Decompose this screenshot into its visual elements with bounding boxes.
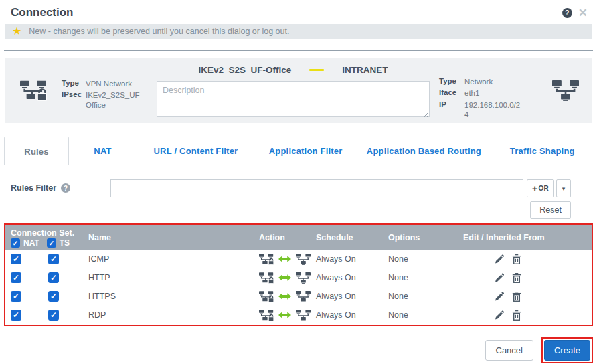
row-ts-checkbox[interactable]: ✓ — [48, 291, 59, 302]
bidirectional-arrow-icon — [278, 292, 291, 300]
dialog-titlebar: Connection ? ✕ — [0, 0, 597, 23]
bidirectional-arrow-icon — [278, 255, 291, 263]
dest-ip-value: 192.168.100.0/24 — [464, 100, 522, 120]
create-button[interactable]: Create — [544, 340, 590, 361]
tab-rules[interactable]: Rules — [4, 136, 69, 165]
tab-nat[interactable]: NAT — [69, 136, 137, 165]
rule-action — [259, 291, 316, 302]
table-row: ✓ ✓ HTTP Always On None — [5, 268, 592, 287]
rules-filter-label-wrap: Rules Filter ? — [11, 179, 110, 193]
row-nat-checkbox[interactable]: ✓ — [11, 310, 21, 321]
connection-set-header: Connection Set. ✓ NAT ✓ TS — [11, 227, 88, 248]
rule-action — [259, 254, 316, 265]
table-header-row: Connection Set. ✓ NAT ✓ TS Name Action S… — [5, 225, 592, 250]
bidirectional-arrow-icon — [278, 274, 291, 282]
tab-bar: Rules NAT URL / Content Filter Applicati… — [4, 136, 593, 165]
rule-schedule: Always On — [316, 254, 388, 264]
col-header-action: Action — [259, 233, 316, 242]
star-icon: ★ — [12, 26, 21, 37]
delete-trash-icon[interactable] — [512, 273, 521, 283]
network-icon — [296, 310, 311, 321]
col-header-options: Options — [388, 233, 463, 242]
edit-pencil-icon[interactable] — [495, 292, 504, 302]
vpn-network-icon — [5, 58, 62, 123]
col-header-schedule: Schedule — [316, 233, 388, 242]
table-row: ✓ ✓ RDP Always On None — [5, 306, 592, 325]
nat-header-checkbox-group[interactable]: ✓ NAT — [11, 238, 39, 248]
dest-iface-label: Iface — [439, 88, 464, 98]
description-input[interactable] — [157, 81, 430, 117]
connection-center: IKEv2_S2S_UF-Office INTRANET — [154, 58, 439, 123]
dialog-title: Connection — [11, 6, 562, 19]
cancel-button[interactable]: Cancel — [485, 340, 533, 361]
table-row: ✓ ✓ ICMP Always On None — [5, 250, 592, 268]
source-type-value: VPN Network — [86, 79, 143, 88]
source-proto-label: IPsec — [62, 90, 86, 110]
edit-pencil-icon[interactable] — [495, 273, 504, 283]
row-nat-checkbox[interactable]: ✓ — [11, 272, 21, 283]
add-or-filter-button[interactable]: + OR — [527, 179, 554, 197]
destination-info: Type Network Iface eth1 IP 192.168.100.0… — [439, 58, 539, 123]
vpn-network-icon — [259, 291, 274, 302]
dest-type-label: Type — [439, 77, 464, 86]
edit-pencil-icon[interactable] — [495, 310, 504, 321]
chevron-down-icon: ▾ — [562, 185, 566, 192]
close-icon[interactable]: ✕ — [578, 7, 588, 19]
delete-trash-icon[interactable] — [512, 310, 521, 321]
source-info: Type VPN Network IPsec IKEv2_S2S_UF-Offi… — [62, 58, 154, 123]
network-icon — [296, 291, 311, 302]
rules-filter-input[interactable] — [110, 179, 523, 197]
rules-table: Connection Set. ✓ NAT ✓ TS Name Action S… — [4, 223, 593, 326]
row-ts-checkbox[interactable]: ✓ — [48, 254, 59, 264]
vpn-network-icon — [259, 272, 274, 284]
col-header-name: Name — [88, 233, 259, 242]
header-divider — [4, 50, 593, 51]
tab-application-based-routing[interactable]: Application Based Routing — [356, 136, 491, 165]
reset-button[interactable]: Reset — [530, 201, 571, 219]
tab-application-filter[interactable]: Application Filter — [255, 136, 357, 165]
network-icon — [539, 58, 592, 123]
connection-dash-icon — [309, 69, 324, 71]
delete-trash-icon[interactable] — [512, 292, 521, 302]
bidirectional-arrow-icon — [278, 311, 291, 319]
edit-pencil-icon[interactable] — [495, 254, 504, 264]
table-row: ✓ ✓ HTTPS Always On None — [5, 287, 592, 306]
rules-filter-row: Rules Filter ? + OR ▾ — [11, 179, 571, 197]
nat-header-checkbox[interactable]: ✓ — [11, 238, 20, 248]
filter-help-icon[interactable]: ? — [61, 183, 70, 193]
notification-text: New - changes will be preserved until yo… — [29, 27, 289, 36]
row-ts-checkbox[interactable]: ✓ — [48, 310, 59, 321]
row-nat-checkbox[interactable]: ✓ — [11, 291, 21, 302]
or-label: OR — [538, 185, 549, 192]
connection-set-title: Connection Set. — [11, 228, 88, 238]
rule-options: None — [388, 292, 463, 301]
rule-schedule: Always On — [316, 310, 388, 320]
plus-icon: + — [532, 183, 538, 194]
rule-name: RDP — [88, 310, 259, 320]
delete-trash-icon[interactable] — [512, 254, 521, 264]
network-icon — [296, 272, 311, 284]
connection-summary-panel: Type VPN Network IPsec IKEv2_S2S_UF-Offi… — [5, 58, 592, 123]
row-ts-checkbox[interactable]: ✓ — [48, 272, 59, 283]
dialog-footer: Cancel Create — [4, 337, 593, 363]
source-proto-value: IKEv2_S2S_UF-Office — [86, 90, 143, 110]
filter-dropdown-button[interactable]: ▾ — [556, 179, 571, 197]
help-icon[interactable]: ? — [562, 8, 572, 18]
ts-header-checkbox-group[interactable]: ✓ TS — [47, 238, 70, 248]
rule-name: HTTP — [88, 273, 259, 282]
notification-bar: ★ New - changes will be preserved until … — [5, 24, 592, 39]
tab-url-content-filter[interactable]: URL / Content Filter — [137, 136, 255, 165]
rules-filter-label: Rules Filter — [11, 183, 56, 193]
vpn-network-icon — [259, 310, 274, 321]
rule-action — [259, 272, 316, 284]
rule-options: None — [388, 273, 463, 282]
rule-schedule: Always On — [316, 292, 388, 301]
row-nat-checkbox[interactable]: ✓ — [11, 254, 21, 264]
dest-iface-value: eth1 — [464, 88, 522, 98]
connection-from: IKEv2_S2S_UF-Office — [198, 65, 291, 75]
reset-row: Reset — [0, 201, 571, 219]
dest-type-value: Network — [464, 77, 522, 86]
rule-options: None — [388, 254, 463, 264]
ts-header-checkbox[interactable]: ✓ — [47, 238, 56, 248]
tab-traffic-shaping[interactable]: Traffic Shaping — [491, 136, 593, 165]
